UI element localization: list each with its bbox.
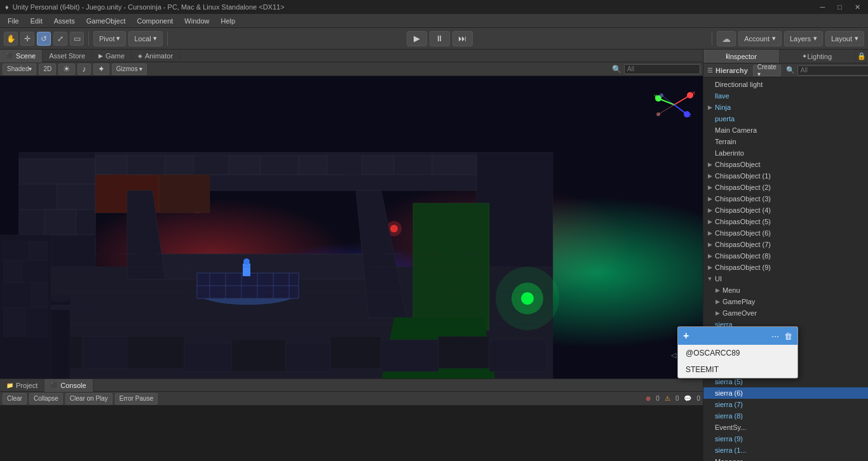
shaded-dropdown[interactable]: Shaded ▾	[3, 63, 36, 75]
dropdown-item-oscarcc89-label: @OSCARCC89	[686, 349, 740, 357]
menu-gameobject[interactable]: GameObject	[81, 16, 131, 26]
layout-dropdown[interactable]: Layout ▾	[825, 31, 864, 46]
scene-canvas[interactable]: X Z Y ◁ Persp	[0, 76, 703, 378]
menu-edit[interactable]: Edit	[25, 16, 48, 26]
hierarchy-item-20[interactable]: ▶GameOver	[703, 307, 868, 319]
hierarchy-item-32[interactable]: sierra (1...	[703, 444, 868, 456]
hierarchy-item-4[interactable]: Main Camera	[703, 124, 868, 136]
pause-button[interactable]: ⏸	[430, 31, 450, 46]
step-button[interactable]: ⏭	[452, 31, 473, 46]
minimize-button[interactable]: ─	[818, 3, 828, 11]
hand-tool-button[interactable]: ✋	[4, 32, 18, 46]
hierarchy-item-1[interactable]: llave	[703, 90, 868, 102]
menu-component[interactable]: Component	[132, 16, 178, 26]
account-dropdown[interactable]: Account ▾	[738, 31, 782, 46]
hierarchy-search-input[interactable]	[797, 65, 868, 76]
gizmos-dropdown[interactable]: Gizmos ▾	[112, 63, 147, 75]
menu-help[interactable]: Help	[215, 16, 240, 26]
svg-rect-9	[19, 159, 95, 184]
svg-point-53	[496, 267, 559, 330]
pivot-button[interactable]: Pivot ▾	[93, 31, 126, 46]
hierarchy-item-11[interactable]: ▶ChispasObject (4)	[703, 204, 868, 216]
hierarchy-item-19[interactable]: ▶GamePlay	[703, 296, 868, 307]
hierarchy-item-27[interactable]: sierra (6)	[703, 387, 868, 399]
menu-assets[interactable]: Assets	[49, 16, 80, 26]
tab-game[interactable]: ▶ Game	[92, 50, 132, 62]
close-button[interactable]: ✕	[852, 3, 863, 11]
hierarchy-item-5[interactable]: Terrain	[703, 136, 868, 147]
hierarchy-item-30[interactable]: EventSy...	[703, 422, 868, 433]
hierarchy-item-18[interactable]: ▶Menu	[703, 284, 868, 296]
cloud-button[interactable]: ☁	[717, 31, 736, 46]
hierarchy-item-label: ChispasObject (3)	[715, 195, 771, 203]
hierarchy-item-2[interactable]: ▶Ninja	[703, 102, 868, 113]
hierarchy-item-0[interactable]: Directional light	[703, 79, 868, 90]
2d-label: 2D	[43, 65, 51, 72]
hierarchy-item-7[interactable]: ▶ChispasObject	[703, 159, 868, 170]
hierarchy-item-label: ChispasObject (6)	[715, 229, 771, 237]
svg-line-96	[658, 105, 674, 114]
hierarchy-item-15[interactable]: ▶ChispasObject (8)	[703, 250, 868, 262]
play-button[interactable]: ▶	[407, 31, 427, 46]
layers-dropdown[interactable]: Layers ▾	[784, 31, 823, 46]
menu-window[interactable]: Window	[179, 16, 214, 26]
svg-rect-21	[165, 156, 194, 175]
expand-arrow-icon: ▶	[714, 286, 721, 294]
pivot-label: Pivot	[99, 35, 114, 43]
tab-scene[interactable]: ⬛ Scene	[0, 50, 43, 62]
tab-asset-store[interactable]: Asset Store	[43, 50, 92, 62]
tab-animator[interactable]: ◈ Animator	[132, 50, 180, 62]
collapse-button[interactable]: Collapse	[29, 393, 63, 404]
hierarchy-item-14[interactable]: ▶ChispasObject (7)	[703, 239, 868, 250]
tab-project[interactable]: 📁 Project	[0, 379, 44, 392]
2d-button[interactable]: 2D	[39, 63, 56, 75]
scene-search-input[interactable]	[624, 64, 700, 74]
tab-console[interactable]: ⬛ Console	[44, 379, 93, 392]
hierarchy-item-28[interactable]: sierra (7)	[703, 399, 868, 410]
hierarchy-item-33[interactable]: Manager...	[703, 456, 868, 461]
main-content: ⬛ Scene Asset Store ▶ Game ◈ Animator Sh…	[0, 50, 868, 461]
expand-arrow-icon: ▶	[706, 218, 714, 225]
lighting-toggle[interactable]: ☀	[58, 63, 75, 75]
error-pause-button[interactable]: Error Pause	[115, 393, 158, 404]
dropdown-item-steemit[interactable]: STEEMIT	[678, 361, 797, 378]
toolbar-separator-3	[712, 32, 712, 46]
hierarchy-item-9[interactable]: ▶ChispasObject (2)	[703, 182, 868, 193]
hierarchy-item-17[interactable]: ▼UI	[703, 273, 868, 284]
tab-inspector[interactable]: ℹ Inspector	[703, 50, 780, 63]
hierarchy-item-16[interactable]: ▶ChispasObject (9)	[703, 262, 868, 273]
dropdown-plus-button[interactable]: +	[683, 330, 689, 342]
dropdown-item-oscarcc89[interactable]: @OSCARCC89	[678, 345, 797, 361]
clear-on-play-button[interactable]: Clear on Play	[65, 393, 112, 404]
svg-rect-10	[19, 184, 57, 210]
rotate-tool-button[interactable]: ↺	[37, 32, 51, 46]
scale-tool-button[interactable]: ⤢	[53, 32, 67, 46]
hierarchy-item-13[interactable]: ▶ChispasObject (6)	[703, 227, 868, 239]
hierarchy-item-6[interactable]: Laberinto	[703, 147, 868, 159]
clear-button[interactable]: Clear	[3, 393, 27, 404]
move-tool-button[interactable]: ✛	[20, 32, 34, 46]
hierarchy-item-10[interactable]: ▶ChispasObject (3)	[703, 193, 868, 204]
audio-toggle[interactable]: ♪	[78, 63, 91, 75]
lock-icon[interactable]: 🔒	[855, 50, 868, 62]
dropdown-trash-button[interactable]: 🗑	[784, 331, 792, 341]
hierarchy-item-12[interactable]: ▶ChispasObject (5)	[703, 216, 868, 227]
create-button[interactable]: Create ▾	[753, 65, 781, 76]
effects-toggle[interactable]: ✦	[93, 63, 109, 75]
svg-text:Z: Z	[688, 112, 691, 118]
expand-placeholder	[706, 115, 714, 123]
tab-lighting[interactable]: ✦ Lighting	[780, 50, 856, 63]
hierarchy-item-29[interactable]: sierra (8)	[703, 410, 868, 422]
dropdown-dots-button[interactable]: ···	[771, 331, 779, 341]
hierarchy-item-3[interactable]: puerta	[703, 113, 868, 124]
titlebar: ♦ Unity Personal (64bit) - Juego.unity -…	[0, 0, 868, 14]
maximize-button[interactable]: □	[835, 3, 844, 11]
svg-rect-74	[381, 340, 438, 371]
rect-tool-button[interactable]: ▭	[70, 32, 84, 46]
menu-file[interactable]: File	[3, 16, 24, 26]
hierarchy-item-31[interactable]: sierra (9)	[703, 433, 868, 444]
hierarchy-item-label: sierra (9)	[715, 435, 743, 443]
game-tab-label: Game	[105, 52, 125, 60]
hierarchy-item-8[interactable]: ▶ChispasObject (1)	[703, 170, 868, 182]
local-button[interactable]: Local ▾	[128, 31, 162, 46]
